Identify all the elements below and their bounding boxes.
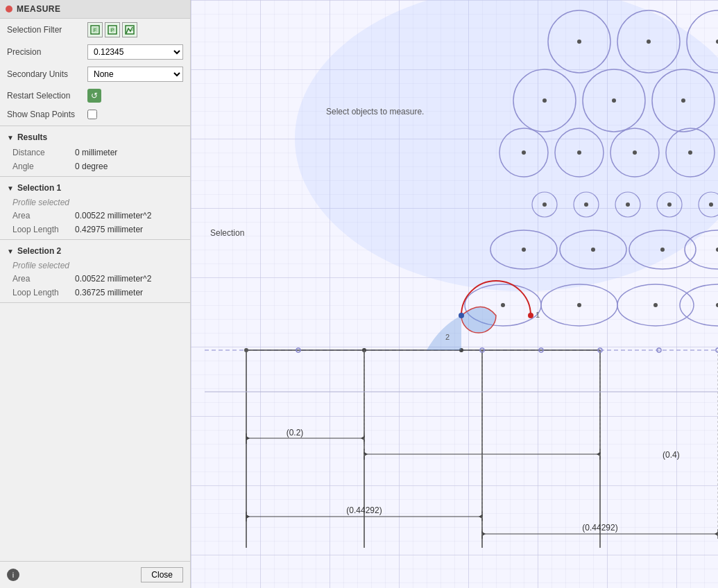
svg-point-96 [591,248,595,252]
sel2-area-row: Area 0.00522 millimeter^2 [0,272,190,286]
sel1-area-row: Area 0.00522 millimeter^2 [0,209,190,223]
svg-text:Select objects to measure.: Select objects to measure. [326,107,424,116]
bottom-bar: i Close [0,561,190,588]
angle-label: Angle [12,162,75,171]
restart-selection-row: Restart Selection ↺ [0,85,190,106]
svg-point-83 [542,98,547,103]
info-icon[interactable]: i [7,569,19,581]
svg-point-97 [660,248,665,252]
angle-row: Angle 0 degree [0,159,190,173]
divider-3 [0,239,190,240]
secondary-units-row: Secondary Units None millimeter inch cen… [0,63,190,85]
sel2-loop-label: Loop Length [12,288,75,297]
svg-point-90 [542,202,547,207]
svg-point-51 [459,313,464,318]
sel1-loop-value: 0.42975 millimeter [75,225,143,234]
restart-selection-button[interactable]: ↺ [87,89,101,103]
precision-select[interactable]: 0.12345 0.1 0.12 0.123 0.1234 [87,44,183,60]
sel2-area-value: 0.00522 millimeter^2 [75,274,151,284]
svg-text:Selection: Selection [210,228,244,238]
sel2-loop-row: Loop Length 0.36725 millimeter [0,286,190,300]
divider-4 [0,302,190,303]
svg-point-103 [244,348,248,352]
svg-text:(0.2): (0.2) [287,428,304,438]
close-dot-icon[interactable] [6,6,12,12]
svg-text:(0.44292): (0.44292) [582,523,617,533]
secondary-units-label: Secondary Units [7,69,83,79]
svg-point-92 [626,202,630,207]
distance-label: Distance [12,148,75,157]
svg-text:P: P [111,28,114,33]
restart-selection-label: Restart Selection [7,91,83,101]
svg-point-88 [633,150,637,155]
svg-point-101 [653,303,658,307]
svg-point-81 [647,40,651,44]
show-snap-points-checkbox[interactable] [87,110,97,119]
sel2-area-label: Area [12,274,75,284]
svg-text:(0.44292): (0.44292) [346,505,382,515]
svg-text:1: 1 [536,311,540,319]
selection1-header-label: Selection 1 [17,183,61,193]
filter-icon-2[interactable]: P [105,22,120,37]
divider-1 [0,126,190,126]
selection-filter-icons: F P [87,22,137,37]
results-section-header[interactable]: ▼ Results [0,129,190,146]
svg-point-100 [577,303,581,307]
selection2-section-header[interactable]: ▼ Selection 2 [0,243,190,259]
selection1-section-header[interactable]: ▼ Selection 1 [0,180,190,196]
svg-text:2: 2 [445,333,450,341]
close-button[interactable]: Close [141,567,183,582]
svg-point-95 [522,248,526,252]
panel-title-bar: MEASURE [0,0,190,19]
sel1-loop-label: Loop Length [12,225,75,234]
svg-point-85 [681,98,685,103]
svg-point-89 [688,150,692,155]
selection2-arrow-icon: ▼ [7,248,14,255]
svg-text:(0.4): (0.4) [663,450,680,460]
secondary-units-select[interactable]: None millimeter inch centimeter [87,67,183,82]
svg-point-91 [584,202,588,207]
panel-title: MEASURE [17,4,61,14]
sel1-loop-row: Loop Length 0.42975 millimeter [0,223,190,236]
profile-selected-1: Profile selected [0,196,190,209]
sel2-loop-value: 0.36725 millimeter [75,288,143,297]
svg-point-99 [501,303,505,307]
svg-point-87 [577,150,581,155]
filter-icon-3[interactable] [122,22,137,37]
filter-icon-1[interactable]: F [87,22,103,37]
precision-label: Precision [7,47,83,57]
sel1-area-label: Area [12,211,75,220]
canvas-area: 1 2 (0.2) (0.44292) (0.44292) (0.4) [191,0,718,588]
results-header-label: Results [17,132,47,142]
precision-row: Precision 0.12345 0.1 0.12 0.123 0.1234 [0,41,190,63]
results-arrow-icon: ▼ [7,134,14,141]
svg-point-94 [709,202,713,207]
divider-2 [0,176,190,177]
show-snap-points-row: Show Snap Points [0,106,190,123]
svg-point-48 [528,313,533,318]
svg-point-80 [577,40,581,44]
svg-text:F: F [94,28,96,33]
selection-filter-label: Selection Filter [7,25,83,35]
selection-filter-row: Selection Filter F P [0,19,190,41]
show-snap-points-label: Show Snap Points [7,110,83,119]
profile-selected-2: Profile selected [0,259,190,272]
angle-value: 0 degree [75,162,108,171]
svg-point-84 [612,98,616,103]
svg-point-93 [667,202,672,207]
sel1-area-value: 0.00522 millimeter^2 [75,211,151,220]
svg-point-86 [522,150,526,155]
distance-value: 0 millimeter [75,148,117,157]
selection1-arrow-icon: ▼ [7,184,14,192]
selection2-header-label: Selection 2 [17,246,61,256]
distance-row: Distance 0 millimeter [0,146,190,159]
measure-panel: MEASURE Selection Filter F P [0,0,191,588]
